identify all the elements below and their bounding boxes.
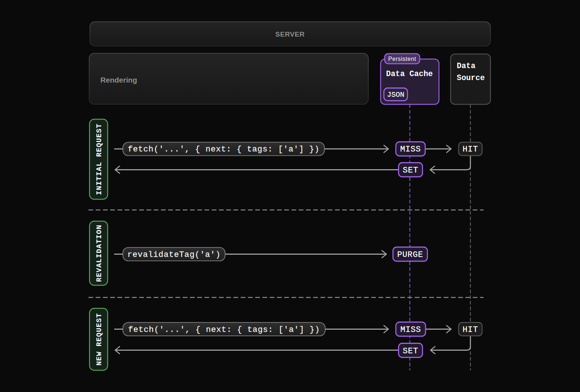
svg-text:Rendering: Rendering <box>100 76 137 84</box>
svg-text:MISS: MISS <box>400 325 421 334</box>
svg-text:NEW REQUEST: NEW REQUEST <box>95 313 103 366</box>
svg-text:INITIAL REQUEST: INITIAL REQUEST <box>95 123 103 195</box>
svg-text:Data Cache: Data Cache <box>386 70 433 78</box>
svg-text:fetch('...', { next: { tags: [: fetch('...', { next: { tags: ['a'] }) <box>128 145 319 154</box>
svg-text:SET: SET <box>403 166 418 175</box>
svg-text:HIT: HIT <box>463 325 478 334</box>
svg-text:HIT: HIT <box>463 145 478 154</box>
svg-text:Persistent: Persistent <box>388 56 416 62</box>
svg-text:PURGE: PURGE <box>397 250 423 259</box>
svg-text:fetch('...', { next: { tags: [: fetch('...', { next: { tags: ['a'] }) <box>128 325 320 334</box>
svg-text:SERVER: SERVER <box>276 30 305 38</box>
svg-text:MISS: MISS <box>400 145 421 154</box>
svg-text:revalidateTag('a'): revalidateTag('a') <box>127 250 220 259</box>
svg-text:Source: Source <box>457 74 485 82</box>
svg-text:SET: SET <box>403 346 418 356</box>
svg-text:REVALIDATION: REVALIDATION <box>95 225 103 282</box>
svg-text:Data: Data <box>457 62 476 70</box>
svg-text:JSON: JSON <box>387 91 404 99</box>
